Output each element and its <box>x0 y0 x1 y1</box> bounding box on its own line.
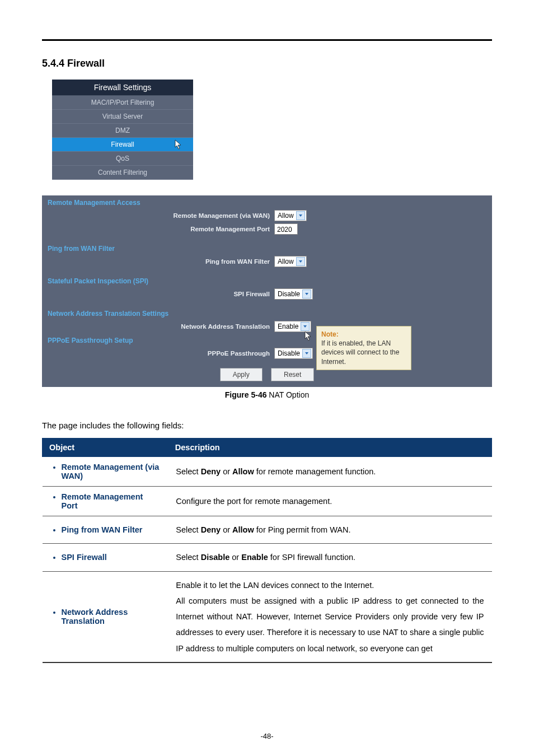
chevron-down-icon <box>302 349 311 358</box>
chevron-down-icon <box>296 211 305 220</box>
obj-remote-mgmt-port: Remote Management Port <box>62 492 161 510</box>
nav-item-label: Firewall <box>111 141 134 148</box>
section-nat: Network Address Translation Settings <box>42 306 492 320</box>
obj-spi: SPI Firewall <box>62 553 161 562</box>
obj-ping-wan: Ping from WAN Filter <box>62 525 161 534</box>
select-pppoe[interactable]: Disable <box>274 348 313 359</box>
caption-rest: NAT Option <box>266 390 309 399</box>
nav-title: Firewall Settings <box>52 80 193 96</box>
th-object: Object <box>43 438 168 457</box>
select-spi-firewall[interactable]: Disable <box>274 288 313 300</box>
cursor-icon <box>303 330 314 344</box>
caption-bold: Figure 5-46 <box>225 390 267 399</box>
tooltip-body: If it is enabled, the LAN devices will c… <box>321 339 406 366</box>
chevron-down-icon <box>301 322 310 331</box>
tooltip-title: Note: <box>321 330 406 339</box>
obj-nat: Network Address Translation <box>62 608 161 626</box>
firewall-nav-menu: Firewall Settings MAC/IP/Port Filtering … <box>52 80 193 180</box>
section-remote-management: Remote Management Access <box>42 195 492 209</box>
nav-item-content-filtering[interactable]: Content Filtering <box>52 166 193 180</box>
select-value: Enable <box>278 323 298 330</box>
label-pppoe: PPPoE Passthrough <box>42 350 274 357</box>
top-rule <box>42 39 492 41</box>
page-number: -48- <box>0 732 534 740</box>
nav-item-dmz[interactable]: DMZ <box>52 124 193 138</box>
select-ping-wan-filter[interactable]: Allow <box>274 256 307 267</box>
input-remote-mgmt-port[interactable]: 2020 <box>274 223 298 235</box>
apply-button[interactable]: Apply <box>220 368 263 381</box>
desc-ping-wan: Select Deny or Allow for Ping permit fro… <box>168 516 491 544</box>
intro-text: The page includes the following fields: <box>42 421 492 430</box>
nav-item-firewall[interactable]: Firewall <box>52 138 193 152</box>
fields-description-table: Object Description Remote Management (vi… <box>42 438 492 663</box>
reset-button[interactable]: Reset <box>271 368 314 381</box>
nav-item-qos[interactable]: QoS <box>52 152 193 166</box>
section-heading: 5.4.4 Firewall <box>42 58 492 69</box>
section-pppoe: PPPoE Passthrough Setup <box>42 333 492 347</box>
section-spi: Stateful Packet Inspection (SPI) <box>42 274 492 287</box>
label-spi-firewall: SPI Firewall <box>42 291 274 297</box>
obj-remote-mgmt-wan: Remote Management (via WAN) <box>62 463 161 480</box>
select-value: Allow <box>278 212 294 220</box>
select-value: Disable <box>278 349 300 357</box>
chevron-down-icon <box>296 257 305 266</box>
section-ping-wan: Ping from WAN Filter <box>42 241 492 255</box>
label-remote-mgmt-wan: Remote Management (via WAN) <box>42 212 274 219</box>
desc-spi: Select Disable or Enable for SPI firewal… <box>168 544 491 571</box>
figure-caption: Figure 5-46 NAT Option <box>42 390 492 399</box>
nat-note-tooltip: Note: If it is enabled, the LAN devices … <box>316 326 411 370</box>
label-remote-mgmt-port: Remote Management Port <box>42 226 274 232</box>
label-nat: Network Address Translation <box>42 323 274 330</box>
nav-item-mac-ip-port-filtering[interactable]: MAC/IP/Port Filtering <box>52 96 193 110</box>
cursor-icon <box>173 139 184 153</box>
desc-nat: Enable it to let the LAN devices connect… <box>168 571 491 662</box>
select-value: Allow <box>278 258 294 265</box>
desc-remote-mgmt-wan: Select Deny or Allow for remote manageme… <box>168 457 491 487</box>
nav-item-virtual-server[interactable]: Virtual Server <box>52 110 193 124</box>
select-value: Disable <box>278 290 300 298</box>
select-remote-mgmt-wan[interactable]: Allow <box>274 210 307 221</box>
chevron-down-icon <box>302 290 311 298</box>
label-ping-wan-filter: Ping from WAN Filter <box>42 258 274 265</box>
firewall-config-panel: Remote Management Access Remote Manageme… <box>42 195 492 387</box>
desc-remote-mgmt-port: Configure the port for remote management… <box>168 487 491 516</box>
th-description: Description <box>168 438 491 457</box>
